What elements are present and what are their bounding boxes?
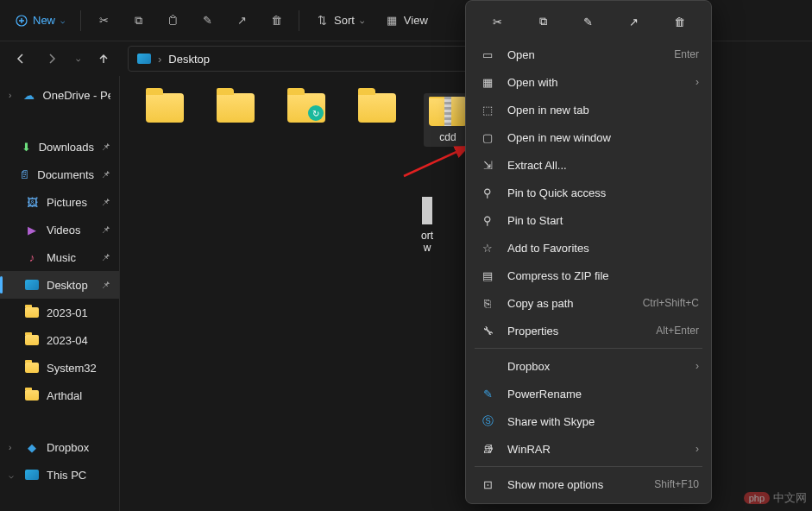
copy-button[interactable]: ⧉ — [527, 9, 558, 34]
menu-label: Copy as path — [507, 297, 574, 310]
sidebar-item-folder[interactable]: System32 — [0, 354, 119, 382]
view-icon: ▦ — [385, 14, 399, 28]
rename-button[interactable]: ✎ — [573, 9, 604, 34]
sidebar-item-desktop[interactable]: Desktop📌︎ — [0, 271, 119, 299]
watermark-badge: php — [744, 492, 770, 504]
menu-show-more[interactable]: ⊡Show more optionsShift+F10 — [466, 470, 711, 498]
separator — [475, 466, 702, 467]
sidebar-item-thispc[interactable]: ⌵This PC — [0, 461, 119, 489]
menu-extract-all[interactable]: ⇲Extract All... — [466, 151, 711, 179]
video-icon: ▶ — [28, 224, 36, 237]
trash-icon: 🗑︎ — [269, 14, 283, 28]
sidebar-item-pictures[interactable]: 🖼︎Pictures📌︎ — [0, 188, 119, 216]
breadcrumb-location[interactable]: Desktop — [168, 53, 210, 66]
open-icon: ▭ — [480, 47, 495, 62]
chevron-right-icon: › — [696, 360, 699, 372]
sidebar-item-downloads[interactable]: ⬇Downloads📌︎ — [0, 133, 119, 161]
sort-button[interactable]: ⇅ Sort ⌵ — [306, 5, 373, 36]
paste-button[interactable]: 📋︎ — [157, 5, 188, 36]
trash-icon: 🗑︎ — [674, 16, 685, 28]
chevron-right-icon: › — [696, 76, 699, 88]
menu-skype[interactable]: ⓈShare with Skype — [466, 407, 711, 435]
sidebar-item-dropbox[interactable]: ›◆Dropbox — [0, 433, 119, 461]
winrar-icon: 📚︎ — [480, 441, 495, 457]
menu-label: Properties — [507, 325, 558, 338]
breadcrumb-separator: › — [158, 53, 161, 66]
rename-button[interactable]: ✎ — [192, 5, 223, 36]
menu-pin-start[interactable]: ⚲Pin to Start — [466, 206, 711, 234]
folder-icon: ↻ — [287, 93, 325, 123]
chevron-down-icon: ⌵ — [9, 470, 17, 480]
menu-label: Dropbox — [507, 360, 550, 373]
cloud-icon: ☁ — [23, 89, 35, 102]
menu-label: Show more options — [507, 478, 603, 491]
back-button[interactable] — [7, 45, 35, 73]
cut-button[interactable]: ✂ — [88, 5, 119, 36]
extract-icon: ⇲ — [480, 157, 495, 173]
menu-add-favorites[interactable]: ☆Add to Favorites — [466, 234, 711, 262]
menu-compress-zip[interactable]: ▤Compress to ZIP file — [466, 262, 711, 289]
menu-open-new-tab[interactable]: ⬚Open in new tab — [466, 96, 711, 123]
menu-copy-path[interactable]: ⎘Copy as pathCtrl+Shift+C — [466, 289, 711, 317]
folder-item[interactable] — [141, 93, 189, 123]
folder-item[interactable] — [211, 93, 260, 123]
shortcut: Ctrl+Shift+C — [643, 297, 699, 309]
menu-winrar[interactable]: 📚︎WinRAR› — [466, 435, 711, 463]
partial-item: ort w — [419, 197, 436, 254]
menu-open-with[interactable]: ▦Open with› — [466, 68, 711, 96]
pin-icon: 📌︎ — [101, 252, 110, 262]
recent-button[interactable]: ⌵ — [69, 45, 86, 73]
sidebar-item-folder[interactable]: Arthdal — [0, 382, 119, 409]
up-button[interactable] — [90, 45, 117, 73]
menu-dropbox[interactable]: Dropbox› — [466, 352, 711, 380]
sidebar-item-label: Desktop — [47, 279, 88, 292]
menu-open[interactable]: ▭OpenEnter — [466, 41, 711, 68]
shortcut: Alt+Enter — [656, 325, 699, 337]
folder-icon — [146, 93, 184, 123]
file-label: w — [419, 242, 436, 254]
sidebar-item-onedrive[interactable]: › ☁ OneDrive - Pers — [0, 81, 119, 109]
sidebar-item-label: Dropbox — [47, 441, 89, 454]
sidebar-item-documents[interactable]: 📄︎Documents📌︎ — [0, 161, 119, 188]
menu-properties[interactable]: 🔧︎PropertiesAlt+Enter — [466, 317, 711, 344]
watermark: php 中文网 — [744, 490, 807, 506]
pin-icon: 📌︎ — [101, 142, 110, 152]
plus-circle-icon — [16, 15, 28, 27]
menu-label: Compress to ZIP file — [507, 269, 609, 282]
skype-icon: Ⓢ — [480, 413, 495, 429]
sidebar-item-videos[interactable]: ▶Videos📌︎ — [0, 216, 119, 243]
chevron-down-icon: ⌵ — [60, 16, 65, 25]
scissors-icon: ✂ — [493, 16, 502, 28]
sidebar-item-folder[interactable]: 2023-01 — [0, 299, 119, 326]
forward-button[interactable] — [38, 45, 66, 73]
folder-item[interactable]: ↻ — [282, 93, 330, 123]
share-button[interactable]: ↗ — [619, 9, 650, 34]
folder-item[interactable] — [353, 93, 401, 123]
arrow-up-icon — [98, 53, 110, 65]
delete-button[interactable]: 🗑︎ — [664, 9, 696, 34]
desktop-icon — [25, 280, 39, 290]
menu-open-new-window[interactable]: ▢Open in new window — [466, 123, 711, 151]
share-button[interactable]: ↗ — [226, 5, 257, 36]
cut-button[interactable]: ✂ — [482, 9, 513, 34]
sidebar-item-label: Pictures — [47, 196, 87, 209]
powerrename-icon: ✎ — [480, 386, 495, 401]
menu-pin-quick[interactable]: ⚲Pin to Quick access — [466, 179, 711, 206]
copy-icon: ⧉ — [539, 15, 547, 28]
tab-icon: ⬚ — [480, 102, 495, 117]
copy-button[interactable]: ⧉ — [123, 5, 154, 36]
wrench-icon: 🔧︎ — [480, 323, 495, 338]
svg-line-1 — [404, 147, 468, 176]
chevron-down-icon: ⌵ — [360, 16, 364, 25]
delete-button[interactable]: 🗑︎ — [261, 5, 292, 36]
view-label: View — [404, 14, 428, 27]
sidebar-item-folder[interactable]: 2023-04 — [0, 326, 119, 354]
new-button[interactable]: New ⌵ — [7, 5, 73, 36]
sidebar-item-music[interactable]: ♪Music📌︎ — [0, 243, 119, 271]
music-icon: ♪ — [29, 251, 35, 264]
sidebar-item-label: OneDrive - Pers — [43, 89, 110, 102]
view-button[interactable]: ▦ View — [376, 5, 437, 36]
chevron-right-icon: › — [696, 443, 699, 455]
menu-powerrename[interactable]: ✎PowerRename — [466, 380, 711, 407]
sidebar-item-label: Videos — [47, 224, 81, 237]
